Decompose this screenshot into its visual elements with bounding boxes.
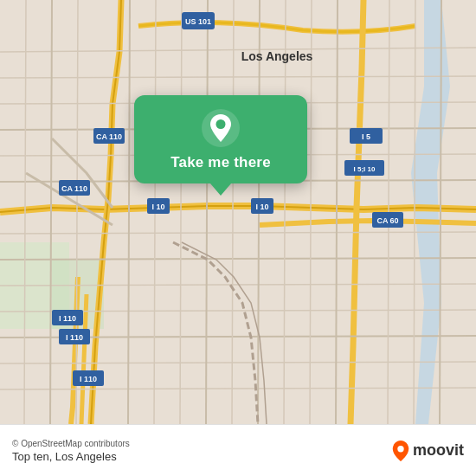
svg-rect-0 [0, 0, 476, 424]
svg-text:I 5;I 10: I 5;I 10 [354, 165, 376, 173]
svg-point-55 [216, 119, 226, 129]
svg-text:CA 60: CA 60 [376, 216, 398, 225]
svg-text:US 101: US 101 [185, 17, 211, 26]
moovit-pin-icon [392, 441, 409, 461]
map-container: US 101 I 10 I 10 CA 110 CA 110 I 5 I 5;I… [0, 0, 476, 424]
svg-text:CA 110: CA 110 [61, 184, 87, 193]
svg-text:CA 110: CA 110 [96, 132, 122, 141]
svg-text:I 110: I 110 [66, 333, 83, 342]
location-pin-icon [202, 109, 240, 147]
moovit-brand-text: moovit [413, 441, 464, 460]
svg-text:I 110: I 110 [59, 314, 76, 323]
moovit-logo: moovit [392, 441, 464, 461]
location-label: Top ten, Los Angeles [12, 450, 130, 463]
svg-text:I 110: I 110 [80, 375, 97, 383]
svg-point-56 [397, 446, 403, 452]
svg-text:I 10: I 10 [151, 203, 164, 211]
svg-text:I 10: I 10 [255, 203, 268, 211]
map-attribution: © OpenStreetMap contributors [12, 439, 130, 448]
bottom-bar: © OpenStreetMap contributors Top ten, Lo… [0, 424, 476, 476]
svg-text:Los Angeles: Los Angeles [241, 49, 313, 63]
popup-card: Take me there [134, 95, 307, 183]
svg-text:I 5: I 5 [362, 132, 370, 141]
take-me-there-button[interactable]: Take me there [170, 154, 271, 171]
